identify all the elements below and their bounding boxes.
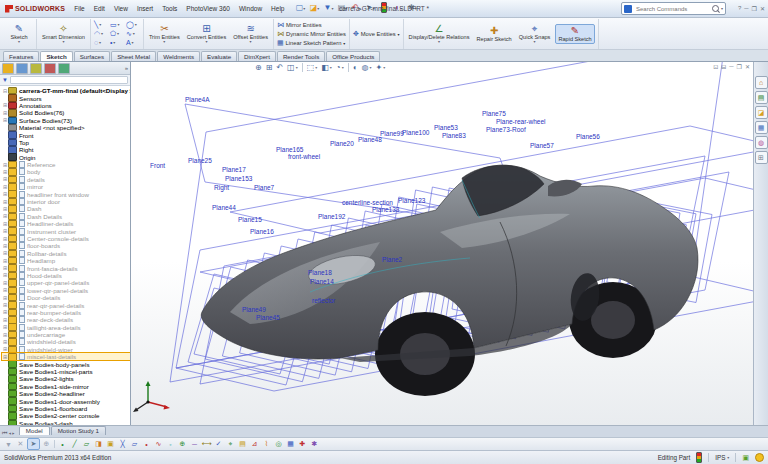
tree-item[interactable]: ⊞headliner front window [2,190,130,197]
zoom-to-fit-icon[interactable]: ⊕ [255,63,262,72]
doc-close-icon[interactable]: ✕ [745,63,750,70]
line-icon[interactable]: ╲▾ [94,21,108,30]
tree-item[interactable]: ⊞floor-boards [2,242,130,249]
view-palette-icon[interactable]: ▦ [755,121,768,134]
plane-label[interactable]: Plane14 [310,278,334,285]
button-trim-entities[interactable]: ✂Trim Entities▾ [147,23,182,45]
custom-properties-icon[interactable]: ⊞ [755,151,768,164]
filter-midpoints-icon[interactable]: ◦ [165,439,176,449]
filter-datum-targets-icon[interactable]: ◎ [273,439,284,449]
button-linear-sketch-pattern[interactable]: ▦Linear Sketch Pattern▾ [277,39,346,47]
tree-item[interactable]: Save Bodies3-dash [2,420,130,425]
open-document-icon[interactable]: ◪▾ [308,4,320,13]
plane-label[interactable]: Plane-rear-wheel [496,118,546,125]
tab-surfaces[interactable]: Surfaces [74,51,110,61]
tree-item[interactable]: ⊞windshield-details [2,338,130,345]
plane-label[interactable]: Plane99 [380,130,404,137]
filter-centerline-icon[interactable]: ─ [189,439,200,449]
tab-evaluate[interactable]: Evaluate [201,51,237,61]
plane-label[interactable]: Plane17 [222,166,246,173]
tree-item[interactable]: ⊞Dash Details [2,213,130,220]
polygon-icon[interactable]: ⬠▾ [110,30,124,39]
plane-label[interactable]: Plane25 [188,157,212,164]
filter-faces-icon[interactable]: ▱ [81,439,92,449]
plane-label[interactable]: Plane133 [372,206,400,213]
button-dynamic-mirror-entities[interactable]: ⋈Dynamic Mirror Entities [277,30,346,38]
tree-item[interactable]: ⊞Instrument cluster [2,227,130,234]
view-orientation-icon[interactable]: ⬚▾ [307,63,318,72]
button-display-delete-relations[interactable]: ∠Display/Delete Relations▾ [407,23,472,45]
clear-all-filters-icon[interactable]: ✕ [15,439,26,449]
filter-solid-bodies-icon[interactable]: ▣ [105,439,116,449]
plane-label[interactable]: Plane45 [256,314,280,321]
filter-dimensions-icon[interactable]: ⟷ [201,439,212,449]
search-icon[interactable] [712,5,719,12]
tree-item[interactable]: ⊞rear-deck-details [2,316,130,323]
tree-item[interactable]: ⊞front-fascia-details [2,264,130,271]
filter-edges-icon[interactable]: ╱ [69,439,80,449]
filter-center-marks-icon[interactable]: ⊕ [177,439,188,449]
spline-icon[interactable]: ∿▾ [126,30,140,39]
plane-label[interactable]: centerline-section [342,199,393,206]
tree-item[interactable]: ⊞lower-qtr-panel-details [2,287,130,294]
file-explorer-icon[interactable]: ◪ [755,106,768,119]
tree-item[interactable]: ⊞Annotations [2,102,130,109]
tree-item[interactable]: Right [2,146,130,153]
circle-icon[interactable]: ◯▾ [126,21,140,30]
tree-item[interactable]: Save Bodies1-door-assembly [2,397,130,404]
menu-file[interactable]: File [70,3,88,14]
plane-label[interactable]: Plane49 [242,306,266,313]
tree-item[interactable]: ⊞windshield-wiper [2,346,130,353]
text-icon[interactable]: A▾ [126,39,140,48]
tree-item[interactable]: Save Bodies2-center console [2,412,130,419]
tree-item[interactable]: ⊞upper-qtr-panel-details [2,279,130,286]
tab-motion-study-1[interactable]: Motion Study 1 [51,426,106,435]
solidworks-resources-icon[interactable]: ⌂ [755,76,768,89]
filter-datums-icon[interactable]: ⊿ [249,439,260,449]
menu-insert[interactable]: Insert [133,3,157,14]
tree-item[interactable]: ⊞Solid Bodies(76) [2,109,130,116]
plane-label[interactable]: Plane53 [434,124,458,131]
plane-label[interactable]: Plane192 [318,213,346,220]
save-icon[interactable]: ▼▾ [322,4,334,13]
ellipse-icon[interactable]: ◌▾ [94,39,108,48]
tree-item[interactable]: Save Bodies2-lights [2,375,130,382]
tree-item[interactable]: ⊞Hood-details [2,272,130,279]
tab-office-products[interactable]: Office Products [326,51,380,61]
doc-minimize-icon[interactable]: ─ [729,63,733,70]
help-icon[interactable]: ? [738,5,741,12]
plane-label[interactable]: Plane7 [254,184,275,191]
tree-item[interactable]: ⊞interior door [2,198,130,205]
button-sketch[interactable]: ✎Sketch▾ [5,23,33,45]
plane-label[interactable]: Plane44 [212,204,236,211]
menu-help[interactable]: Help [267,3,288,14]
tree-item[interactable]: Save Bodies1-miscel-parts [2,368,130,375]
filter-sketch-points-icon[interactable]: • [141,439,152,449]
filter-axes-icon[interactable]: ╳ [117,439,128,449]
filter-surface-finish-icon[interactable]: ✓ [213,439,224,449]
tree-item[interactable]: ⊞Center-console-details [2,235,130,242]
menu-tools[interactable]: Tools [158,3,181,14]
zoom-to-area-icon[interactable]: ⊞ [266,63,273,72]
plane-label[interactable]: Plane165 [276,146,304,153]
restore-icon[interactable]: ❐ [752,5,757,12]
section-view-icon[interactable]: ◫▾ [287,63,298,72]
doc-cascade-icon[interactable]: ⊡ [713,63,718,70]
plane-label[interactable]: Right [214,184,229,192]
plane-label[interactable]: Plane15 [238,216,262,223]
tree-item[interactable]: ⊞taillight-area-details [2,324,130,331]
tree-item[interactable]: ⊞rear-qtr-panel-details [2,301,130,308]
filter-funnel-icon[interactable]: ▼ [2,77,8,83]
plane-label[interactable]: Plane20 [330,140,354,147]
search-caret-icon[interactable]: ▾ [721,6,723,11]
button-quick-snaps[interactable]: ⌖Quick Snaps▾ [517,23,553,45]
hide-show-items-icon[interactable]: ◔▾ [336,63,344,72]
dropdown-caret-icon[interactable]: ▾ [317,6,319,11]
tab-scroll-buttons[interactable]: ⏮◂▸ [2,430,16,437]
magnified-selection-icon[interactable]: ⊕ [41,439,52,449]
rectangle-icon[interactable]: ▭▾ [110,21,124,30]
plane-label[interactable]: Plane56 [576,133,600,140]
design-library-icon[interactable]: ▤ [755,91,768,104]
filter-vertices-icon[interactable]: • [57,439,68,449]
minimize-icon[interactable]: ─ [744,5,748,12]
